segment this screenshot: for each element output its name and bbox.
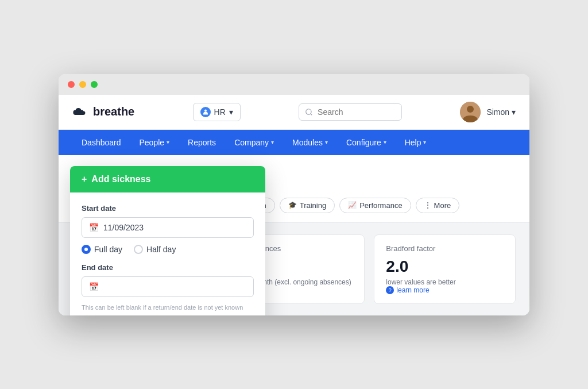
logo-area: breathe bbox=[72, 104, 134, 120]
hr-selector[interactable]: HR ▾ bbox=[193, 103, 241, 121]
graduation-icon: 🎓 bbox=[288, 201, 297, 209]
minimize-btn[interactable] bbox=[79, 81, 86, 88]
chevron-down-icon: ▾ bbox=[423, 139, 426, 145]
full-day-option[interactable]: Full day bbox=[82, 245, 122, 254]
app-window: breathe HR ▾ Simon ▾ bbox=[59, 74, 529, 315]
chart-icon: 📈 bbox=[348, 201, 357, 209]
info-icon: ? bbox=[386, 286, 394, 294]
tab-performance[interactable]: 📈 Performance bbox=[339, 198, 411, 213]
modal-title: Add sickness bbox=[91, 174, 150, 184]
stat-bradford: Bradford factor 2.0 lower values are bet… bbox=[374, 234, 516, 304]
half-day-radio[interactable] bbox=[134, 245, 143, 254]
end-date-input[interactable]: 📅 bbox=[82, 276, 254, 297]
end-date-label: End date bbox=[82, 263, 254, 272]
nav-configure[interactable]: Configure ▾ bbox=[337, 130, 396, 155]
tab-more[interactable]: ⋮ More bbox=[416, 198, 460, 213]
calendar-icon: 📅 bbox=[89, 223, 99, 232]
nav-people[interactable]: People ▾ bbox=[130, 130, 179, 155]
day-type-group: Full day Half day bbox=[82, 245, 254, 254]
modal-header: + Add sickness bbox=[70, 166, 265, 192]
search-input[interactable] bbox=[299, 103, 402, 121]
titlebar bbox=[59, 74, 529, 95]
nav-reports[interactable]: Reports bbox=[179, 130, 225, 155]
chevron-down-icon: ▾ bbox=[271, 139, 274, 145]
nav-help[interactable]: Help ▾ bbox=[396, 130, 436, 155]
modal-body: Start date 📅 11/09/2023 Full day Half da… bbox=[70, 192, 265, 315]
add-sickness-modal: + Add sickness Start date 📅 11/09/2023 F… bbox=[70, 166, 265, 315]
start-date-input[interactable]: 📅 11/09/2023 bbox=[82, 217, 254, 238]
learn-more-link[interactable]: ? learn more bbox=[386, 286, 504, 294]
chevron-down-icon: ▾ bbox=[384, 139, 386, 145]
nav-bar: Dashboard People ▾ Reports Company ▾ Mod… bbox=[59, 130, 529, 155]
user-menu[interactable]: Simon ▾ bbox=[460, 102, 516, 122]
avatar bbox=[460, 102, 481, 122]
nav-modules[interactable]: Modules ▾ bbox=[283, 130, 337, 155]
full-day-radio[interactable] bbox=[82, 245, 91, 254]
calendar-icon: 📅 bbox=[89, 282, 99, 291]
stat-sub: lower values are better bbox=[386, 278, 504, 286]
chevron-down-icon: ▾ bbox=[167, 139, 169, 145]
stat-value: 2.0 bbox=[386, 257, 504, 276]
app-header: breathe HR ▾ Simon ▾ bbox=[59, 95, 529, 130]
close-btn[interactable] bbox=[68, 81, 75, 88]
nav-company[interactable]: Company ▾ bbox=[225, 130, 283, 155]
modal-container: + Add sickness Start date 📅 11/09/2023 F… bbox=[70, 166, 265, 315]
svg-point-0 bbox=[204, 109, 207, 111]
tab-training[interactable]: 🎓 Training bbox=[280, 198, 335, 213]
logo-icon bbox=[72, 104, 88, 120]
user-name: Simon ▾ bbox=[486, 107, 516, 117]
end-date-hint: This can be left blank if a return/end d… bbox=[82, 304, 254, 311]
chevron-down-icon: ▾ bbox=[229, 107, 233, 117]
stat-heading: Bradford factor bbox=[386, 244, 504, 253]
start-date-label: Start date bbox=[82, 204, 254, 213]
chevron-down-icon: ▾ bbox=[325, 139, 328, 145]
nav-dashboard[interactable]: Dashboard bbox=[72, 130, 130, 155]
half-day-option[interactable]: Half day bbox=[134, 245, 176, 254]
plus-icon: + bbox=[82, 174, 87, 184]
more-icon: ⋮ bbox=[424, 201, 431, 209]
maximize-btn[interactable] bbox=[91, 81, 98, 88]
person-icon bbox=[200, 107, 211, 117]
svg-point-2 bbox=[467, 106, 474, 113]
logo-text: breathe bbox=[93, 105, 134, 118]
hr-label: HR bbox=[214, 107, 226, 117]
